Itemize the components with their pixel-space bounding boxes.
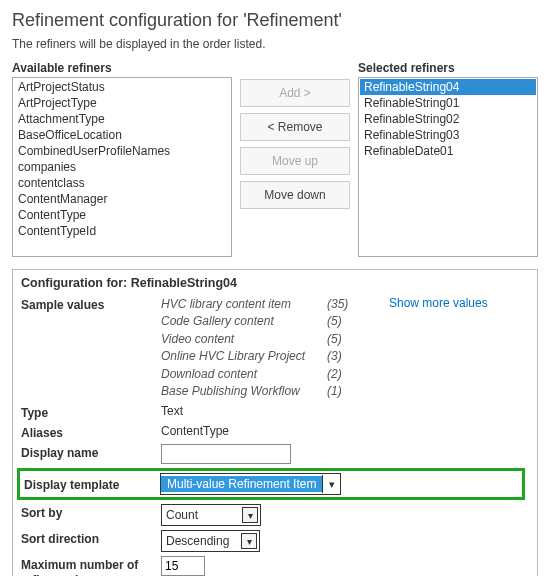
page-title: Refinement configuration for 'Refinement… [12, 10, 538, 31]
max-label: Maximum number of refiner values: [21, 556, 161, 576]
list-item[interactable]: CombinedUserProfileNames [14, 143, 230, 159]
config-section: Configuration for: RefinableString04 Sam… [12, 269, 538, 576]
page-subtitle: The refiners will be displayed in the or… [12, 37, 538, 51]
selected-label: Selected refiners [358, 61, 538, 75]
sortby-label: Sort by [21, 504, 161, 520]
sortdir-select[interactable]: Descending ▾ [161, 530, 260, 552]
sample-values-list: HVC library content item(35)Code Gallery… [161, 296, 361, 400]
chevron-down-icon: ▾ [322, 475, 340, 493]
add-button[interactable]: Add > [240, 79, 350, 107]
list-item[interactable]: ContentType [14, 207, 230, 223]
displayname-input[interactable] [161, 444, 291, 464]
list-item[interactable]: ContentTypeId [14, 223, 230, 239]
remove-button[interactable]: < Remove [240, 113, 350, 141]
displaytemplate-highlight: Display template Multi-value Refinement … [17, 468, 525, 500]
sample-values-label: Sample values [21, 296, 161, 312]
selected-refiners-list[interactable]: RefinableString04RefinableString01Refina… [358, 77, 538, 257]
sample-value-row: HVC library content item(35) [161, 296, 361, 313]
type-value: Text [161, 404, 529, 418]
list-item[interactable]: RefinableString02 [360, 111, 536, 127]
available-label: Available refiners [12, 61, 232, 75]
aliases-label: Aliases [21, 424, 161, 440]
chevron-down-icon: ▾ [242, 507, 258, 523]
list-item[interactable]: AttachmentType [14, 111, 230, 127]
max-values-input[interactable] [161, 556, 205, 576]
sortdir-label: Sort direction [21, 530, 161, 546]
available-refiners-list[interactable]: ArtProjectStatusArtProjectTypeAttachment… [12, 77, 232, 257]
type-label: Type [21, 404, 161, 420]
refiners-row: Available refiners ArtProjectStatusArtPr… [12, 61, 538, 257]
sample-value-row: Base Publishing Workflow(1) [161, 383, 361, 400]
list-item[interactable]: RefinableString04 [360, 79, 536, 95]
movedown-button[interactable]: Move down [240, 181, 350, 209]
sample-value-row: Download content(2) [161, 366, 361, 383]
sample-value-row: Code Gallery content(5) [161, 313, 361, 330]
displayname-label: Display name [21, 444, 161, 460]
moveup-button[interactable]: Move up [240, 147, 350, 175]
list-item[interactable]: ArtProjectStatus [14, 79, 230, 95]
list-item[interactable]: BaseOfficeLocation [14, 127, 230, 143]
displaytemplate-label: Display template [24, 476, 160, 492]
sortby-select[interactable]: Count ▾ [161, 504, 261, 526]
list-item[interactable]: contentclass [14, 175, 230, 191]
sample-value-row: Online HVC Library Project(3) [161, 348, 361, 365]
config-title: Configuration for: RefinableString04 [21, 276, 529, 290]
list-item[interactable]: companies [14, 159, 230, 175]
displaytemplate-select[interactable]: Multi-value Refinement Item ▾ [160, 473, 341, 495]
chevron-down-icon: ▾ [241, 533, 257, 549]
list-item[interactable]: RefinableDate01 [360, 143, 536, 159]
show-more-values-link[interactable]: Show more values [389, 296, 488, 400]
list-item[interactable]: RefinableString01 [360, 95, 536, 111]
sample-value-row: Video content(5) [161, 331, 361, 348]
list-item[interactable]: ContentManager [14, 191, 230, 207]
aliases-value: ContentType [161, 424, 529, 438]
list-item[interactable]: ArtProjectType [14, 95, 230, 111]
list-item[interactable]: RefinableString03 [360, 127, 536, 143]
